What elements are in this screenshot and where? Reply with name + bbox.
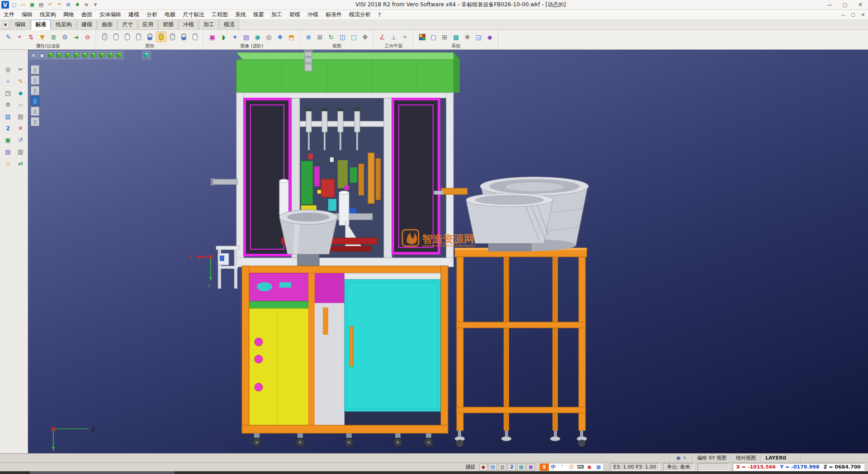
status-notes-icon[interactable]: ▥	[498, 464, 506, 471]
menu-file[interactable]: 文件	[0, 10, 18, 19]
absolute-view-toggle[interactable]: 绝对视图	[731, 454, 760, 462]
view-left-icon[interactable]	[90, 51, 98, 59]
cyan-door[interactable]	[344, 280, 441, 412]
view-shaded-icon[interactable]: ▪	[38, 51, 46, 59]
qat-dropdown-icon[interactable]: ▼	[91, 1, 99, 9]
filter-settings-icon[interactable]: ⚙	[60, 32, 70, 42]
display-mode-2-icon[interactable]: ▯	[31, 76, 39, 85]
tab-dimension[interactable]: 尺寸	[118, 19, 137, 29]
menu-analysis[interactable]: 分析	[143, 10, 161, 19]
measure-tool-icon[interactable]: ◆	[15, 88, 26, 98]
workplane-axes-icon[interactable]: ＋	[400, 32, 410, 42]
page-tool-icon[interactable]: ▤	[15, 111, 26, 122]
menu-drawing[interactable]: 工程图	[208, 10, 231, 19]
ime-mic-icon[interactable]: ◉	[585, 463, 594, 471]
undo-icon[interactable]: ↶	[46, 1, 54, 9]
diamond-tool-icon[interactable]: ◇	[3, 158, 13, 169]
list-filter-icon[interactable]: ≣	[48, 32, 59, 42]
menu-mesh[interactable]: 网格	[60, 10, 78, 19]
status-layer2-icon[interactable]: 2	[508, 464, 516, 471]
shade-tool-icon[interactable]: ▣	[3, 135, 13, 145]
swap-filter-icon[interactable]: ⇅	[26, 32, 36, 42]
ime-language-toggle[interactable]: 中	[549, 463, 558, 471]
ime-toolbox-icon[interactable]: ▦	[594, 463, 603, 471]
workplane-normal-icon[interactable]: ⊥	[388, 32, 399, 42]
calibrate-icon[interactable]: ◲	[473, 32, 484, 42]
settings-icon[interactable]: ✱	[73, 1, 81, 9]
pan-view-icon[interactable]: ◫	[337, 32, 348, 42]
tab-mould[interactable]: 塑膜	[158, 19, 178, 29]
section-tool-icon[interactable]: ◳	[3, 88, 13, 98]
copy-tool-icon[interactable]: ▥	[15, 147, 26, 157]
color-grid-icon[interactable]	[417, 32, 427, 42]
texture-icon[interactable]: ◉	[252, 32, 263, 42]
bin-6-icon[interactable]	[167, 32, 178, 42]
hatch-tool-icon[interactable]: ▨	[3, 147, 13, 157]
menu-dimension[interactable]: 尺寸标注	[179, 10, 208, 19]
cabinet-magenta-panel[interactable]	[249, 273, 308, 301]
maximize-button[interactable]: ▢	[837, 0, 853, 10]
view-top-icon[interactable]	[72, 51, 80, 59]
view-offset-mode[interactable]: 偏移 XY 视图	[692, 454, 731, 462]
feeder-stand[interactable]	[455, 248, 587, 447]
save-file-icon[interactable]: ▣	[28, 1, 36, 9]
light-icon[interactable]: ❖	[275, 32, 285, 42]
scene-icon[interactable]: ▤	[241, 32, 251, 42]
ime-punctuation-icon[interactable]: ’	[558, 463, 567, 471]
print-icon[interactable]: ▤	[37, 1, 45, 9]
attributes-icon[interactable]: ✎	[3, 32, 14, 42]
tab-standard[interactable]: 标准	[31, 19, 51, 30]
tab-application[interactable]: 应用	[138, 19, 158, 29]
tab-dropdown-icon[interactable]: ▼	[2, 21, 9, 29]
undo-tool-icon[interactable]: ↺	[15, 135, 26, 145]
trim-tool-icon[interactable]: ✂	[15, 64, 26, 75]
display-mode-5-icon[interactable]: ▯	[31, 107, 39, 116]
menu-wireframe[interactable]: 线架构	[36, 10, 60, 19]
view-iso-icon[interactable]	[47, 51, 55, 59]
swap-tool-icon[interactable]: ⇄	[15, 158, 26, 169]
list-icon[interactable]: ≡	[82, 1, 90, 9]
sketch-tool-icon[interactable]: ✎	[15, 76, 26, 86]
menu-mould[interactable]: 塑模	[286, 10, 304, 19]
move-tool-icon[interactable]: ＋	[3, 76, 13, 86]
menu-surface[interactable]: 曲面	[78, 10, 96, 19]
material-icon[interactable]: ✦	[230, 32, 240, 42]
bin-stack-icon[interactable]	[190, 32, 200, 42]
minimize-button[interactable]: —	[822, 0, 837, 10]
menu-modeling[interactable]: 建模	[125, 10, 143, 19]
machine-roof[interactable]	[236, 52, 460, 93]
lower-cabinet[interactable]	[242, 266, 448, 433]
view-iso3-icon[interactable]	[115, 51, 123, 59]
apply-filter-icon[interactable]: ➜	[71, 32, 81, 42]
status-grid-icon[interactable]: ▦	[517, 464, 525, 471]
viewport-3d[interactable]: X Y Z 智造资源网	[28, 50, 868, 453]
ime-logo-icon[interactable]: S	[540, 463, 549, 471]
layer2-tool-icon[interactable]: 2	[3, 123, 13, 133]
menu-electrode[interactable]: 电极	[161, 10, 179, 19]
view-iso2-icon[interactable]	[107, 51, 115, 59]
bin-3-icon[interactable]	[133, 32, 144, 42]
camera-icon[interactable]: ◎	[264, 32, 274, 42]
screen-icon[interactable]: ▢	[428, 32, 439, 42]
tab-modeling[interactable]: 建模	[77, 19, 97, 29]
pick-target-icon[interactable]: ⌖	[684, 455, 686, 461]
display-mode-6-icon[interactable]: ▯	[31, 117, 39, 126]
menu-help[interactable]: ?	[374, 11, 384, 19]
display-mode-1-icon[interactable]: ▯	[31, 65, 39, 74]
view-back-icon[interactable]	[64, 51, 72, 59]
filter-icon[interactable]: ▼	[37, 32, 47, 42]
options-tool-icon[interactable]: ⚙	[3, 100, 13, 110]
plane-tool-icon[interactable]: ▱	[15, 100, 26, 110]
menu-flow-analysis[interactable]: 模流分析	[345, 10, 374, 19]
view-right-icon[interactable]	[98, 51, 106, 59]
bin-2-icon[interactable]	[122, 32, 132, 42]
redo-icon[interactable]: ↷	[55, 1, 63, 9]
hatch-icon[interactable]: ▩	[451, 32, 461, 42]
bin-blue-icon[interactable]	[145, 32, 155, 42]
grid-toggle-icon[interactable]: ⊞	[64, 1, 72, 9]
workplane-xy-icon[interactable]: ∠	[377, 32, 387, 42]
ime-emoji-icon[interactable]: ☺	[567, 463, 576, 471]
status-tool-red-icon[interactable]: ◆	[479, 464, 487, 471]
delete-tool-icon[interactable]: ✕	[15, 123, 26, 133]
machine-model[interactable]: X Y Z 智造资源网	[28, 50, 868, 453]
